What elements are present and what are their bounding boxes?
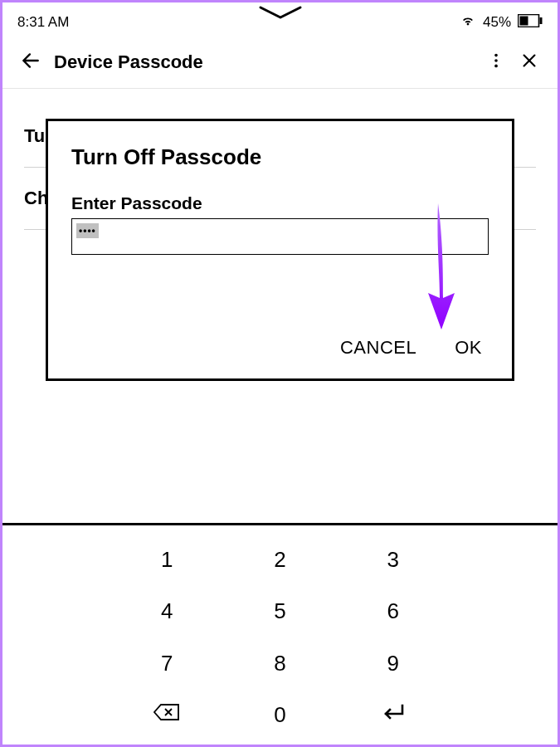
keypad-enter[interactable]: [337, 690, 450, 742]
ok-button[interactable]: OK: [455, 337, 482, 359]
close-icon: [520, 51, 538, 72]
more-vertical-icon: [487, 51, 505, 72]
keypad-1[interactable]: 1: [110, 534, 223, 586]
passcode-input[interactable]: [71, 218, 489, 255]
passcode-input-wrap: ••••: [71, 218, 489, 255]
overflow-menu-button[interactable]: [480, 46, 513, 79]
enter-icon: [381, 702, 406, 728]
passcode-input-value: ••••: [76, 223, 99, 238]
cancel-button[interactable]: CANCEL: [340, 337, 416, 359]
page-title: Device Passcode: [54, 51, 480, 73]
keypad-5[interactable]: 5: [223, 586, 336, 638]
battery-icon: [518, 14, 543, 32]
keypad-4[interactable]: 4: [110, 586, 223, 638]
svg-rect-1: [520, 16, 528, 25]
turn-off-passcode-dialog: Turn Off Passcode Enter Passcode •••• CA…: [46, 119, 514, 381]
keypad-8[interactable]: 8: [223, 637, 336, 690]
keypad-7[interactable]: 7: [110, 637, 223, 690]
app-bar: Device Passcode: [2, 39, 558, 89]
keypad-0[interactable]: 0: [223, 690, 336, 742]
svg-rect-2: [540, 17, 543, 24]
passcode-field-label: Enter Passcode: [71, 193, 489, 213]
arrow-left-icon: [20, 50, 41, 74]
status-right: 45%: [460, 12, 543, 33]
status-bar: 8:31 AM 45%: [2, 2, 558, 39]
back-button[interactable]: [14, 46, 47, 79]
svg-point-3: [494, 54, 498, 57]
keypad-9[interactable]: 9: [337, 637, 450, 690]
wifi-icon: [460, 12, 476, 33]
keypad-3[interactable]: 3: [337, 534, 450, 586]
keypad-6[interactable]: 6: [337, 586, 450, 638]
keypad-2[interactable]: 2: [223, 534, 336, 586]
dialog-actions: CANCEL OK: [71, 337, 489, 359]
status-time: 8:31 AM: [17, 14, 69, 31]
backspace-icon: [153, 702, 180, 728]
battery-percentage: 45%: [483, 14, 511, 31]
close-button[interactable]: [513, 46, 546, 79]
keypad-backspace[interactable]: [110, 690, 223, 742]
svg-point-4: [494, 59, 498, 62]
numeric-keypad: 1 2 3 4 5 6 7 8 9 0: [2, 525, 558, 745]
dialog-title: Turn Off Passcode: [71, 144, 489, 170]
svg-point-5: [494, 65, 498, 68]
